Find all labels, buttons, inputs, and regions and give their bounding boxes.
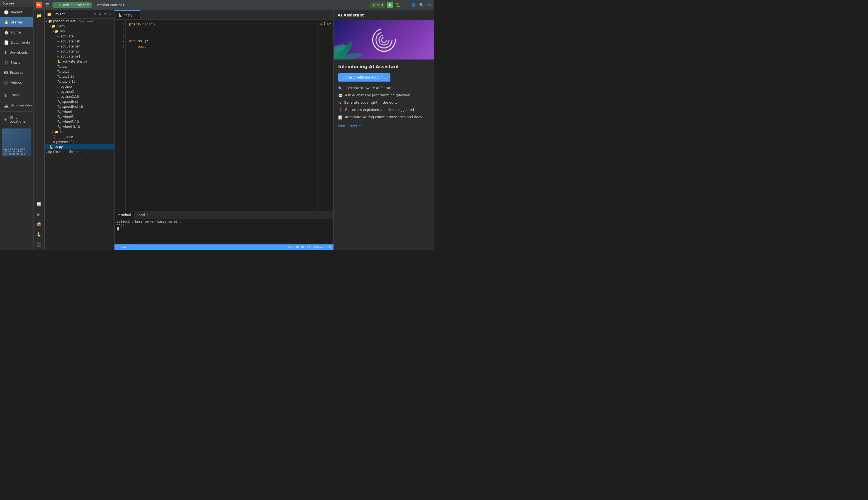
tree-item[interactable]: ≡ activate.csh — [45, 39, 114, 44]
chevron-down-icon: ▼ — [381, 4, 383, 6]
sidebar-run-icon[interactable]: ▶ — [35, 210, 43, 218]
tree-item[interactable]: 🔧 speedtest — [45, 99, 114, 104]
tree-item-label: activate.ps1 — [61, 55, 80, 58]
tree-item[interactable]: ≡ python3.10 — [45, 94, 114, 99]
hamburger-menu-button[interactable]: ☰ — [44, 2, 50, 8]
tab-close-button[interactable]: ✕ — [134, 13, 137, 17]
tree-item[interactable]: 🔧 wheel — [45, 109, 114, 114]
sidebar-item-recent[interactable]: 🕐 Recent — [0, 7, 33, 17]
warning-indicator: ⚠ 1 ∧ ∨ — [318, 20, 333, 211]
user-icon[interactable]: 👤 — [410, 2, 417, 8]
sidebar-more-icon[interactable]: ⋯ — [35, 32, 43, 40]
tree-item[interactable]: ≡ pyvenv.cfg — [45, 139, 114, 145]
tree-item[interactable]: ≡ activate — [45, 34, 114, 39]
sidebar-item-other-locations[interactable]: + Other Locations — [0, 113, 33, 126]
tree-item[interactable]: 🔧 wheel-3.10 — [45, 124, 114, 129]
tree-item[interactable]: ≡ python3 — [45, 89, 114, 94]
tab-more-button[interactable]: ⋮ — [325, 13, 333, 17]
search-icon[interactable]: 🔍 — [418, 2, 425, 8]
tree-item[interactable]: 🔧 wheel3.10 — [45, 119, 114, 124]
tree-item[interactable]: 🔧 speedtest-cli — [45, 104, 114, 109]
executable-icon: 🔧 — [57, 75, 61, 79]
config-name: ss — [377, 3, 381, 7]
breadcrumb-starred[interactable]: Starred — [3, 2, 14, 5]
version-control-button[interactable]: Version control ▼ — [94, 2, 127, 8]
gear-icon[interactable]: ⚙ — [426, 2, 432, 8]
settings-icon[interactable]: ⚙ — [103, 12, 107, 17]
debug-icon[interactable]: 🐛 — [395, 2, 401, 8]
tree-item[interactable]: 🔧 pip — [45, 64, 114, 69]
tree-item[interactable]: 🚫 .gitignore — [45, 134, 114, 139]
terminal-content[interactable]: Selecting best server based on ping... s… — [114, 219, 333, 245]
tree-item[interactable]: ≡ activate.ps1 — [45, 54, 114, 59]
sidebar-item-starred[interactable]: ⭐ Starred — [0, 17, 33, 27]
tree-item-label: ss.py — [55, 145, 63, 149]
sidebar-item-downloads[interactable]: ⬇ Downloads — [0, 47, 33, 58]
expand-arrow: ▼ — [46, 20, 47, 23]
sidebar-item-pictures[interactable]: 🖼 Pictures — [0, 68, 33, 78]
ai-login-button[interactable]: Log in to JetBrains Account... — [338, 73, 390, 82]
tree-item[interactable]: ▼ 📁 .venv — [45, 24, 114, 29]
run-config-selector[interactable]: ⚙ ss ▼ — [370, 2, 385, 8]
sidebar-deploy-icon[interactable]: 📦 — [35, 220, 43, 228]
expand-arrow: ▶ — [53, 131, 54, 133]
tree-item[interactable]: ▶ 📚 External Libraries — [45, 149, 114, 155]
sidebar-structure-icon[interactable]: ⊞ — [35, 22, 43, 30]
tree-item-label: .gitignore — [58, 135, 73, 139]
sidebar-item-videos[interactable]: 🎬 Videos — [0, 78, 33, 88]
tree-item[interactable]: 🔧 pip3.10 — [45, 74, 114, 79]
sidebar-item-home[interactable]: 🏠 Home — [0, 27, 33, 37]
expand-icon[interactable]: ∧ — [327, 22, 329, 25]
tree-item-label: python3 — [61, 90, 74, 93]
collapse-icon[interactable]: ⊖ — [98, 12, 102, 17]
tree-item-label: python — [61, 84, 72, 89]
tree-item[interactable]: 🔧 pip3 — [45, 69, 114, 74]
sidebar-item-documents[interactable]: 📄 Documents — [0, 37, 33, 47]
refresh-icon[interactable]: ↻ — [93, 12, 96, 17]
tree-item-label: python3.10 — [61, 95, 79, 99]
panel-folder-icon: 📁 — [47, 12, 52, 16]
ai-learn-more-link[interactable]: Learn more ↗ — [338, 124, 361, 127]
project-selector[interactable]: PP pythonProject ▼ — [53, 2, 92, 8]
tree-item[interactable]: ▶ 📁 lib — [45, 129, 114, 134]
sidebar-project-icon[interactable]: 📁 — [35, 12, 43, 20]
tree-item[interactable]: ≡ python — [45, 84, 114, 89]
tree-item[interactable]: ≡ activate.fish — [45, 44, 114, 49]
tree-item[interactable]: ≡ activate.nu — [45, 49, 114, 54]
config-file-icon: ≡ — [53, 140, 55, 144]
project-tree[interactable]: ▼ 📁 pythonProject ~/PycharmPro ▼ 📁 .venv… — [45, 19, 114, 250]
library-icon: 📚 — [48, 150, 52, 154]
code-editor[interactable]: print("sds") def ss(): pass — [126, 20, 318, 211]
chevron-down-icon: ▼ — [123, 4, 125, 6]
sidebar-item-music[interactable]: 🎵 Music — [0, 58, 33, 68]
executable-icon: 🔧 — [57, 65, 61, 68]
errors-icon: ❓ — [338, 108, 343, 112]
settings-icon[interactable]: ⋮ — [403, 2, 409, 8]
topbar-actions: ⚙ ss ▼ ▶ 🐛 ⋮ 👤 🔍 ⚙ — [370, 2, 432, 8]
minimize-icon[interactable]: − — [108, 12, 112, 17]
sidebar-item-thinclient[interactable]: 💻 thinclient_drives — [0, 100, 33, 110]
editor-area: 🐍 ss.py ✕ ⋮ 1 2 3 4 5 print("sds") def s… — [114, 10, 333, 250]
sidebar-item-trash[interactable]: 🗑 Trash — [0, 90, 33, 100]
tree-item-selected[interactable]: 🐍 ss.py — [45, 145, 114, 149]
terminal-input-line[interactable] — [117, 227, 331, 230]
script-icon: ≡ — [57, 90, 59, 93]
tab-terminal[interactable]: Terminal — [114, 211, 134, 219]
tree-item[interactable]: ▼ 📁 pythonProject ~/PycharmPro — [45, 19, 114, 24]
tree-item[interactable]: 🐍 activate_this.py — [45, 59, 114, 64]
collapse-icon[interactable]: ∨ — [329, 22, 331, 25]
sidebar-terminal-icon[interactable]: ⬛ — [35, 240, 43, 248]
git-branch-status[interactable]: ⎇ main — [117, 246, 128, 249]
sidebar-python-icon[interactable]: 🐍 — [35, 230, 43, 238]
sidebar-item-label: Music — [11, 61, 20, 65]
sidebar-vcs-icon[interactable]: 🔄 — [35, 200, 43, 208]
tree-item[interactable]: ▼ 📁 bin — [45, 29, 114, 34]
tab-local[interactable]: Local ✕ — [134, 211, 152, 219]
terminal-close-button[interactable]: ✕ — [146, 213, 149, 217]
tab-ss-py[interactable]: 🐍 ss.py ✕ — [114, 10, 140, 19]
python-tab-icon: 🐍 — [118, 13, 122, 17]
tree-item[interactable]: 🔧 pip-3.10 — [45, 79, 114, 84]
tree-item[interactable]: 🔧 wheel3 — [45, 114, 114, 119]
file-thumbnail[interactable]: 2024-03-03 21:28 figuration key ' of 're… — [2, 128, 31, 157]
run-button[interactable]: ▶ — [387, 2, 393, 8]
